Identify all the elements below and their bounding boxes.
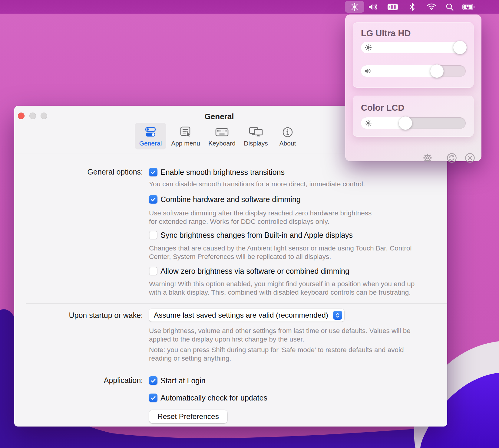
help-line: with a blank display. This, combined wit… <box>149 288 415 297</box>
display-control-popover: LG Ultra HD <box>345 15 481 161</box>
section-divider <box>26 369 447 369</box>
info-icon <box>282 126 293 139</box>
refresh-icon <box>446 152 458 164</box>
checkbox-label[interactable]: Start at Login <box>160 376 206 385</box>
help-text: Use software dimming after the display r… <box>149 209 372 226</box>
brightness-slider-lg[interactable] <box>361 42 466 53</box>
checkbox-start-at-login[interactable] <box>149 376 157 385</box>
application-label: Application: <box>14 376 143 385</box>
menu-bar <box>0 0 499 14</box>
tab-label: Keyboard <box>208 140 236 147</box>
tab-about[interactable]: About <box>272 123 303 149</box>
tab-label: App menu <box>171 140 200 147</box>
help-line: Changes that are caused by the Ambient l… <box>149 244 412 253</box>
close-icon <box>464 152 476 164</box>
checkbox-enable-smooth-transitions[interactable] <box>149 168 157 176</box>
tab-displays[interactable]: Displays <box>240 123 272 149</box>
help-line: You can disable smooth transitions for a… <box>149 180 365 188</box>
volume-icon <box>368 3 378 11</box>
search-icon <box>445 3 454 11</box>
general-options-label: General options: <box>14 168 143 176</box>
menubar-brightness-button[interactable] <box>345 1 364 13</box>
checkbox-label[interactable]: Automatically check for updates <box>160 394 267 402</box>
tab-label: General <box>139 140 162 147</box>
tab-general[interactable]: General <box>135 123 166 149</box>
slider-knob[interactable] <box>453 41 467 54</box>
checkbox-label[interactable]: Combine hardware and software dimming <box>160 195 301 204</box>
app-menu-icon <box>179 126 192 139</box>
display-card-color-lcd: Color LCD <box>353 96 474 137</box>
help-line: for extended range. Works for DDC contro… <box>149 217 372 226</box>
slider-fill <box>361 65 443 77</box>
menubar-battery-button[interactable] <box>458 0 480 14</box>
brightness-icon <box>350 2 359 11</box>
help-line: Warning! With this option enabled, you m… <box>149 280 415 288</box>
menubar-search-button[interactable] <box>440 0 459 14</box>
tab-keyboard[interactable]: Keyboard <box>206 123 238 149</box>
slider-knob[interactable] <box>399 116 412 130</box>
checkbox-auto-updates[interactable] <box>149 394 157 402</box>
brightness-icon <box>364 44 372 51</box>
brightness-icon <box>364 119 372 127</box>
check-icon <box>151 396 156 400</box>
brightness-slider-color-lcd[interactable] <box>361 117 466 129</box>
check-icon <box>151 379 156 383</box>
help-line: Use software dimming after the display r… <box>149 209 372 217</box>
checkbox-label[interactable]: Allow zero brightness via software or co… <box>160 267 349 276</box>
help-line: Center, System Preferences will be repli… <box>149 253 412 261</box>
dropdown-value: Assume last saved settings are valid (re… <box>154 311 328 319</box>
startup-label: Upon startup or wake: <box>14 311 143 320</box>
help-line: Use brightness, volume and other setting… <box>149 327 411 335</box>
help-text: You can disable smooth transitions for a… <box>149 180 365 188</box>
popover-close-button[interactable] <box>463 151 477 165</box>
volume-icon <box>364 68 372 74</box>
checkbox-label[interactable]: Sync brightness changes from Built-in an… <box>160 231 353 240</box>
menubar-wifi-button[interactable] <box>422 0 441 14</box>
volume-slider-lg[interactable] <box>361 65 466 77</box>
battery-icon <box>462 3 475 11</box>
note-text: Note: you can press Shift during startup… <box>149 346 404 362</box>
keyboard-brightness-icon <box>387 3 398 11</box>
display-name: Color LCD <box>361 103 404 113</box>
settings-gear-icon <box>422 152 433 164</box>
popover-refresh-button[interactable] <box>445 151 458 165</box>
tab-label: Displays <box>244 140 268 147</box>
tab-app-menu[interactable]: App menu <box>170 123 201 149</box>
slider-knob[interactable] <box>430 64 444 78</box>
checkbox-allow-zero-brightness[interactable] <box>149 267 157 275</box>
bluetooth-icon <box>408 2 416 11</box>
help-text: Changes that are caused by the Ambient l… <box>149 244 412 261</box>
note-line: reading or setting anything. <box>149 354 404 363</box>
display-card-lg-ultra-hd: LG Ultra HD <box>353 22 474 88</box>
checkbox-sync-brightness[interactable] <box>149 231 157 239</box>
menubar-bluetooth-button[interactable] <box>403 0 422 14</box>
dropdown-chevrons-icon <box>333 311 342 320</box>
popover-settings-button[interactable] <box>421 151 434 165</box>
check-icon <box>151 198 156 201</box>
checkbox-combine-dimming[interactable] <box>149 195 157 204</box>
check-icon <box>151 170 156 174</box>
startup-dropdown[interactable]: Assume last saved settings are valid (re… <box>149 309 344 322</box>
help-line: applied to the display upon first change… <box>149 335 411 344</box>
help-text: Warning! With this option enabled, you m… <box>149 280 415 296</box>
keyboard-icon <box>215 126 229 139</box>
tab-label: About <box>279 140 296 147</box>
slider-fill <box>361 42 466 53</box>
section-divider <box>26 303 447 304</box>
menubar-volume-button[interactable] <box>363 0 383 14</box>
reset-preferences-button[interactable]: Reset Preferences <box>149 410 227 423</box>
help-text: Use brightness, volume and other setting… <box>149 327 411 343</box>
displays-icon <box>249 126 263 139</box>
menubar-keyboard-brightness-button[interactable] <box>383 0 402 14</box>
checkbox-label[interactable]: Enable smooth brightness transitions <box>160 168 285 177</box>
wifi-icon <box>427 3 436 11</box>
general-toggles-icon <box>144 126 157 139</box>
note-line: Note: you can press Shift during startup… <box>149 346 404 354</box>
display-name: LG Ultra HD <box>361 28 411 38</box>
